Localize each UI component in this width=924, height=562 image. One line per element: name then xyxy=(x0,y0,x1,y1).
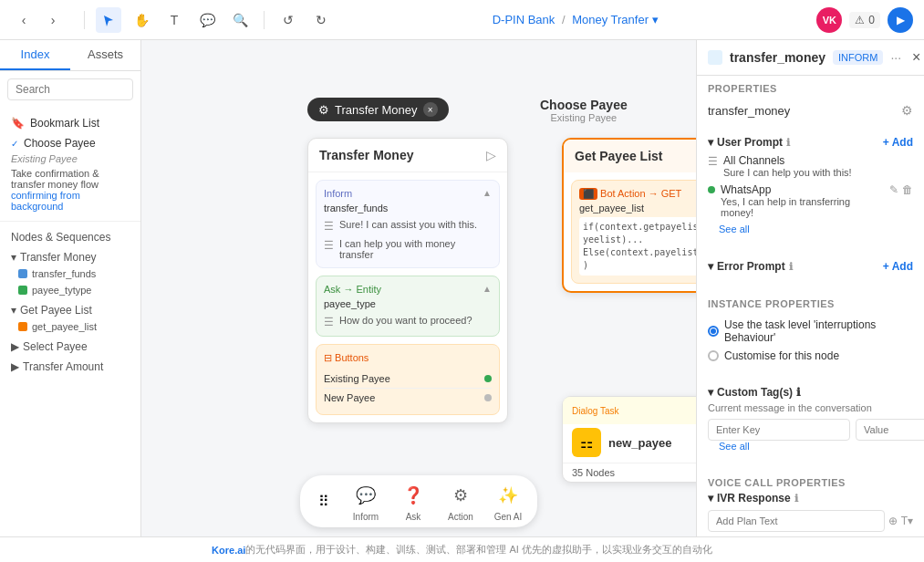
whatsapp-edit-icon[interactable]: ✎ xyxy=(889,183,898,196)
tm-ask-section: Ask → Entity ▲ payee_type ☰ How do you w… xyxy=(316,276,500,337)
tag-key-input[interactable] xyxy=(708,419,850,441)
tm-inform-collapse[interactable]: ▲ xyxy=(483,188,492,199)
ivr-more-icon[interactable]: T▾ xyxy=(901,515,913,527)
alert-count: 0 xyxy=(868,14,875,26)
rp-tags-see-all[interactable]: See all xyxy=(708,441,913,459)
flow-name[interactable]: Money Tranfer xyxy=(572,13,649,26)
dot-get-payee-list xyxy=(18,322,27,331)
get-payee-list-node[interactable]: Get Payee List ▶ ⬛ Bot Action → GET ▲ ge… xyxy=(562,138,696,293)
transfer-bubble: ⚙ Transfer Money × xyxy=(307,98,449,121)
rp-tags-section: ▾ Custom Tag(s) ℹ Current message in the… xyxy=(697,380,924,464)
ivr-expand-icon[interactable]: ⊕ xyxy=(888,515,898,527)
project-name[interactable]: D-PIN Bank xyxy=(493,13,555,26)
tm-msg1-text: Sure! I can assist you with this. xyxy=(339,219,477,230)
rp-radio2[interactable] xyxy=(708,350,719,361)
transfer-section-label: Transfer Money xyxy=(20,251,97,264)
gpl-section: ⬛ Bot Action → GET ▲ get_payee_list if(c… xyxy=(571,180,696,284)
redo-button[interactable]: ↻ xyxy=(308,7,334,33)
rp-close-button[interactable]: × xyxy=(912,49,920,66)
rp-user-prompt-chevron[interactable]: ▾ xyxy=(708,136,713,149)
search-tool[interactable]: 🔍 xyxy=(227,7,253,33)
ivr-chevron[interactable]: ▾ xyxy=(708,492,713,505)
grid-icon-btn[interactable]: ⠿ xyxy=(315,491,333,512)
all-channels-icon: ☰ xyxy=(708,155,718,168)
collapse-get-payee-icon: ▾ xyxy=(11,304,16,317)
whatsapp-text: Yes, I can help in transferring money! xyxy=(721,196,884,218)
tm-inform-type: Inform xyxy=(324,188,352,199)
sidebar-section-transfer[interactable]: ▾ Transfer Money xyxy=(0,245,140,265)
tool-gen-ai[interactable]: ✨ Gen AI xyxy=(493,481,523,522)
rp-error-prompt-chevron[interactable]: ▾ xyxy=(708,260,713,273)
tab-assets[interactable]: Assets xyxy=(70,40,140,70)
rp-user-prompt-add[interactable]: + Add xyxy=(883,136,913,149)
right-panel: transfer_money INFORM ··· × PROPERTIES t… xyxy=(696,40,924,536)
sidebar-section-transfer-amount[interactable]: ▶ Transfer Amount xyxy=(0,355,140,375)
cursor-tool[interactable] xyxy=(96,7,121,33)
footer-text: 的无代码界面，用于设计、构建、训练、测试、部署和管理 AI 优先的虚拟助手，以实… xyxy=(245,543,712,557)
transfer-money-node[interactable]: Transfer Money ▷ Inform ▲ transfer_funds… xyxy=(307,138,508,423)
chat-tool[interactable]: 💬 xyxy=(194,7,220,33)
rp-radio1[interactable] xyxy=(708,326,719,337)
select-payee-label: Select Payee xyxy=(23,340,88,353)
rp-gear-button[interactable]: ⚙ xyxy=(901,103,913,118)
back-button[interactable]: ‹ xyxy=(11,7,36,33)
tool-inform[interactable]: 💬 Inform xyxy=(351,481,380,522)
sidebar-sub-get-payee-list[interactable]: get_payee_list xyxy=(0,318,140,335)
rp-radio-group: Use the task level 'interruptions Behavi… xyxy=(697,313,924,373)
ivr-input[interactable] xyxy=(708,510,885,532)
gpl-section-type-icon: ⬛ Bot Action → GET xyxy=(579,188,681,199)
flow-dropdown-icon[interactable]: ▾ xyxy=(652,13,659,26)
sidebar-section-get-payee[interactable]: ▾ Get Payee List xyxy=(0,298,140,318)
rp-radio-row1: Use the task level 'interruptions Behavi… xyxy=(708,318,913,344)
buttons-type: Buttons xyxy=(335,352,369,363)
rp-ivr-response-row: ▾ IVR Response ℹ xyxy=(708,492,913,505)
take-confirm-label: Take confirmation & xyxy=(0,168,140,179)
undo-button[interactable]: ↺ xyxy=(275,7,301,33)
text-tool[interactable]: T xyxy=(161,7,187,33)
footer: Kore.ai 的无代码界面，用于设计、构建、训练、测试、部署和管理 AI 优先… xyxy=(0,536,924,562)
whatsapp-delete-icon[interactable]: 🗑 xyxy=(902,183,913,196)
tm-node-title: Transfer Money xyxy=(319,148,413,162)
rp-channel-whatsapp: WhatsApp Yes, I can help in transferring… xyxy=(708,183,913,218)
rp-node-icon xyxy=(708,50,722,65)
sidebar-section-select-payee[interactable]: ▶ Select Payee xyxy=(0,335,140,355)
sidebar-section-nodes[interactable]: Nodes & Sequences xyxy=(0,225,140,245)
all-channels-text: Sure I can help you with this! xyxy=(723,167,913,178)
action-icon: ⚙ xyxy=(446,481,475,510)
search-container xyxy=(0,71,140,108)
hand-tool[interactable]: ✋ xyxy=(129,7,154,33)
ask-tool-label: Ask xyxy=(406,512,421,522)
sidebar-item-choose-payee[interactable]: ✓ Choose Payee xyxy=(0,133,140,153)
rp-ivr-row: ⊕ T▾ xyxy=(708,510,913,532)
search-input[interactable] xyxy=(7,78,133,100)
tm-ask-collapse[interactable]: ▲ xyxy=(483,284,492,295)
rp-more-button[interactable]: ··· xyxy=(890,50,901,65)
tm-msg2-text: I can help you with money transfer xyxy=(339,238,492,260)
bubble-close-icon[interactable]: × xyxy=(423,102,438,117)
tm-btn2-row: New Payee xyxy=(324,389,492,407)
check-icon: ✓ xyxy=(11,139,18,149)
tab-index[interactable]: Index xyxy=(0,40,70,70)
dialog-task-node[interactable]: Dialog Task ⤢ ⚏ new_payee 35 Nodes xyxy=(562,396,696,483)
rp-error-prompt-add[interactable]: + Add xyxy=(883,260,913,273)
tm-buttons-section: ⊟ Buttons Existing Payee New Payee xyxy=(316,344,500,415)
bookmark-icon: 🔖 xyxy=(11,117,25,130)
tm-msg1: ☰ Sure! I can assist you with this. xyxy=(324,219,492,233)
forward-button[interactable]: › xyxy=(40,7,66,33)
tool-action[interactable]: ⚙ Action xyxy=(446,481,475,522)
sidebar-item-bookmark[interactable]: 🔖 Bookmark List xyxy=(0,113,140,133)
sidebar-sub-payee-type[interactable]: payee_tytype xyxy=(0,282,140,298)
rp-user-prompt-see-all[interactable]: See all xyxy=(708,224,913,242)
confirm-background-link[interactable]: confirming from background xyxy=(0,190,140,217)
tm-ask-msg-text: How do you want to proceed? xyxy=(339,315,472,326)
alert-badge: ⚠ 0 xyxy=(849,12,880,28)
tool-ask[interactable]: ❓ Ask xyxy=(399,481,428,522)
tag-value-input[interactable] xyxy=(856,419,924,441)
error-prompt-info-icon: ℹ xyxy=(789,261,793,273)
tags-chevron[interactable]: ▾ xyxy=(708,386,713,399)
play-button[interactable]: ▶ xyxy=(888,7,913,33)
bubble-gear-icon: ⚙ xyxy=(318,103,329,117)
tm-node-expand-icon[interactable]: ▷ xyxy=(486,148,496,162)
rp-node-name-row: transfer_money ⚙ xyxy=(697,98,924,123)
sidebar-sub-transfer-funds[interactable]: transfer_funds xyxy=(0,265,140,282)
